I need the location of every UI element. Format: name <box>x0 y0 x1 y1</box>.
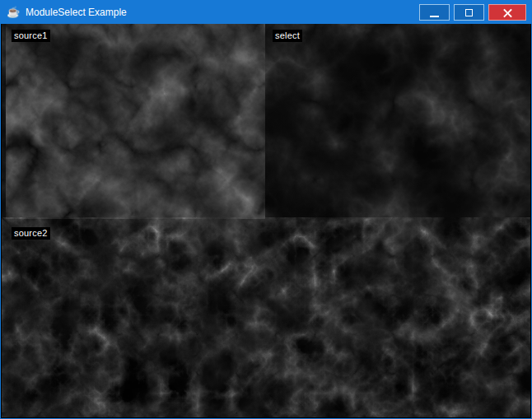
close-icon <box>503 8 512 17</box>
minimize-icon <box>430 16 439 17</box>
window-controls <box>419 4 531 21</box>
maximize-icon <box>465 9 473 16</box>
app-window: ☕ ModuleSelect Example <box>0 0 532 419</box>
source1-image <box>6 24 265 219</box>
source2-image <box>2 217 530 417</box>
window-title: ModuleSelect Example <box>26 7 127 18</box>
minimize-button[interactable] <box>419 4 450 21</box>
source1-label: source1 <box>12 30 50 42</box>
source2-label: source2 <box>12 227 50 240</box>
select-label: select <box>273 30 302 42</box>
close-button[interactable] <box>488 4 526 21</box>
title-bar[interactable]: ☕ ModuleSelect Example <box>1 1 531 24</box>
maximize-button[interactable] <box>454 4 484 21</box>
render-canvas: source1 select source2 <box>2 24 530 417</box>
java-coffee-icon[interactable]: ☕ <box>7 6 20 19</box>
